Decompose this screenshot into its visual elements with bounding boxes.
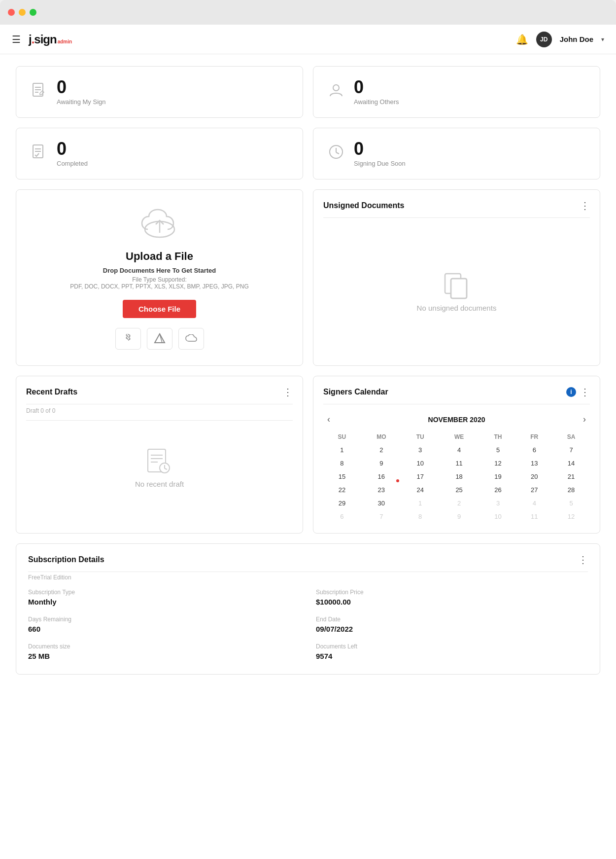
minimize-dot[interactable] [19,9,26,16]
calendar-day[interactable]: 10 [480,510,516,523]
subscription-more-icon[interactable]: ⋮ [578,554,588,566]
recent-drafts-card: Recent Drafts ⋮ Draft 0 of 0 [16,376,303,534]
calendar-day[interactable]: 24 [402,483,439,497]
subscription-item: Documents Left9574 [316,643,588,660]
calendar-day[interactable]: 26 [480,483,516,497]
calendar-day[interactable]: 8 [402,510,439,523]
calendar-day[interactable]: 2 [361,443,402,457]
calendar-day[interactable]: 5 [552,497,590,510]
calendar-day[interactable]: 10 [402,457,439,470]
cal-day-fr: FR [516,430,552,443]
calendar-day[interactable]: 16 [361,470,402,483]
cloud-services [115,328,204,350]
completed-label: Completed [57,160,88,167]
svg-line-10 [336,152,339,154]
calendar-day[interactable]: 11 [516,510,552,523]
calendar-day[interactable]: 19 [480,470,516,483]
upload-subtitle: Drop Documents Here To Get Started [103,267,216,274]
recent-drafts-subtitle: Draft 0 of 0 [26,407,293,421]
awaiting-others-info: 0 Awaiting Others [354,78,399,106]
recent-drafts-more-icon[interactable]: ⋮ [283,386,293,398]
stats-row-1: 0 Awaiting My Sign 0 Awaiting Others [16,66,600,118]
calendar-day[interactable]: 12 [552,510,590,523]
awaiting-others-icon [327,81,345,103]
cal-day-mo: MO [361,430,402,443]
calendar-more-icon[interactable]: ⋮ [580,386,590,398]
subscription-item-value: 660 [28,625,300,633]
choose-file-button[interactable]: Choose File [123,300,196,318]
calendar-day[interactable]: 12 [480,457,516,470]
calendar-day[interactable]: 9 [361,457,402,470]
bottom-row: Recent Drafts ⋮ Draft 0 of 0 [16,376,600,534]
recent-drafts-empty-text: No recent draft [135,480,184,488]
calendar-day[interactable]: 20 [516,470,552,483]
calendar-day[interactable]: 6 [323,510,361,523]
calendar-day[interactable]: 1 [402,497,439,510]
onedrive-button[interactable] [178,328,204,350]
signing-due-soon-count: 0 [354,140,406,158]
user-menu-chevron[interactable]: ▾ [601,36,604,43]
calendar-day[interactable]: 30 [361,497,402,510]
calendar-day[interactable]: 29 [323,497,361,510]
awaiting-my-sign-label: Awaiting My Sign [57,98,105,106]
calendar-day[interactable]: 2 [439,497,480,510]
subscription-grid: Subscription TypeMonthlySubscription Pri… [28,589,588,660]
unsigned-documents-more-icon[interactable]: ⋮ [580,200,590,212]
subscription-item-label: End Date [316,616,588,623]
calendar-day[interactable]: 1 [323,443,361,457]
calendar-day[interactable]: 11 [439,457,480,470]
hamburger-icon[interactable]: ☰ [12,34,21,45]
calendar-day[interactable]: 15 [323,470,361,483]
maximize-dot[interactable] [30,9,36,16]
unsigned-documents-empty: No unsigned documents [323,226,590,356]
calendar-day[interactable]: 25 [439,483,480,497]
calendar-day[interactable]: 22 [323,483,361,497]
calendar-day[interactable]: 18 [439,470,480,483]
calendar-day[interactable]: 6 [516,443,552,457]
subscription-edition: FreeTrial Edition [28,574,588,581]
dropbox-button[interactable] [115,328,141,350]
calendar-day[interactable]: 21 [552,470,590,483]
awaiting-my-sign-icon [30,81,48,103]
calendar-day[interactable]: 7 [552,443,590,457]
calendar-day[interactable]: 9 [439,510,480,523]
app-container: ☰ j.sign admin 🔔 JD John Doe ▾ [0,25,616,859]
subscription-item-value: $10000.00 [316,598,588,606]
calendar-day[interactable]: 28 [552,483,590,497]
google-drive-button[interactable] [147,328,172,350]
calendar-day[interactable]: 13 [516,457,552,470]
awaiting-others-count: 0 [354,78,399,96]
calendar-day[interactable]: 3 [402,443,439,457]
calendar-day[interactable]: 23 [361,483,402,497]
svg-rect-17 [451,279,467,298]
calendar-icons: i ⋮ [566,386,590,398]
awaiting-my-sign-count: 0 [57,78,105,96]
subscription-item-value: Monthly [28,598,300,606]
calendar-month-year: NOVEMBER 2020 [338,416,575,424]
calendar-day[interactable]: 8 [323,457,361,470]
bell-icon[interactable]: 🔔 [516,34,528,45]
calendar-day[interactable]: 3 [480,497,516,510]
calendar-day[interactable]: 17 [402,470,439,483]
subscription-item-label: Subscription Price [316,589,588,596]
draft-empty-icon [144,446,175,480]
calendar-day[interactable]: 7 [361,510,402,523]
calendar-day[interactable]: 5 [480,443,516,457]
calendar-day[interactable]: 14 [552,457,590,470]
logo-admin-text: admin [58,39,72,44]
logo: j.sign admin [29,33,72,46]
recent-drafts-empty: No recent draft [26,427,293,508]
calendar-day[interactable]: 27 [516,483,552,497]
calendar-day[interactable]: 4 [439,443,480,457]
middle-row: Upload a File Drop Documents Here To Get… [16,189,600,366]
cloud-upload-icon [140,206,179,242]
subscription-item-value: 25 MB [28,652,300,660]
calendar-info-icon[interactable]: i [566,387,576,397]
close-dot[interactable] [8,9,15,16]
unsigned-documents-empty-text: No unsigned documents [417,304,497,312]
upload-types: File Type Supported: PDF, DOC, DOCX, PPT… [70,276,249,290]
calendar-day[interactable]: 4 [516,497,552,510]
signing-due-soon-icon [327,143,345,164]
calendar-next-button[interactable]: › [579,412,590,427]
calendar-prev-button[interactable]: ‹ [323,412,334,427]
